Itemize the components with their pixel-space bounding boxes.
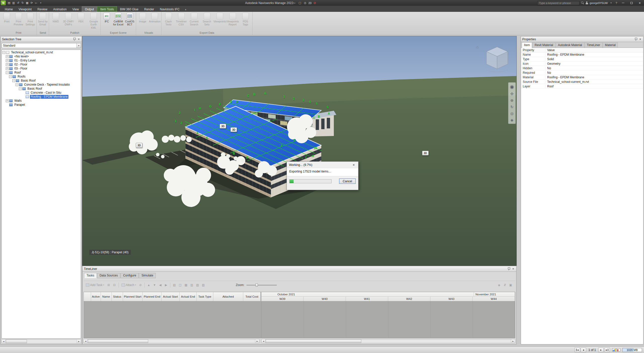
scroll-right-icon[interactable]: ► [77,340,81,343]
timeliner-tab-configure[interactable]: Configure [120,273,139,278]
viewpoint-3d-marker[interactable]: 3D [220,124,226,129]
walk-icon[interactable]: ◈ [510,118,513,122]
zoom-slider-thumb[interactable] [256,284,258,287]
ribbon-button-current-search[interactable]: Current Search [188,12,200,31]
ribbon-button-costos-bct[interactable]: OSCostOS BCT [124,12,135,31]
scroll-left-icon[interactable]: ◄ [2,340,6,343]
properties-tab-item[interactable]: Item [522,42,532,48]
task-table-body[interactable] [84,301,261,338]
timeliner-column-attached[interactable]: Attached [213,292,244,301]
tree-item-concrete-cast-in-situ[interactable]: Concrete - Cast In Situ [2,91,81,95]
print-icon[interactable]: ▦ [25,1,29,5]
cancel-button[interactable]: Cancel [339,179,356,184]
next-sheet-button[interactable]: ► [598,348,604,352]
tree-expander-icon[interactable]: − [9,75,12,78]
timeliner-tab-simulate[interactable]: Simulate [139,273,156,278]
tree-item-walls[interactable]: +Walls [2,99,81,103]
user-menu-chevron-icon[interactable]: ▾ [609,1,613,5]
ribbon-tab-navistools-ifc[interactable]: Navistools IFC [157,7,182,12]
ribbon-button-send-by-email[interactable]: Send by Email [37,12,48,31]
cursor-icon[interactable]: ▻ [293,1,297,5]
scroll-left-icon[interactable]: ◄ [84,339,88,343]
ribbon-button-viewpoints[interactable]: Viewpoints [214,12,226,31]
scroll-left-icon[interactable]: ◄ [262,339,266,343]
ribbon-button-3d-dwf-dwfs[interactable]: 3D DWF/ DWFs [62,12,74,31]
clear-attachment-icon[interactable]: ⊘ [138,283,143,288]
help-icon[interactable]: ? [614,1,618,5]
ribbon-tab-animation[interactable]: Animation [50,7,69,12]
tree-expander-icon[interactable]: − [3,51,5,54]
tree-item-roofs[interactable]: −Roofs [2,75,81,79]
ribbon-tab-viewpoint[interactable]: Viewpoint [16,7,34,12]
ribbon-tab-render[interactable]: Render [141,7,157,12]
insert-task-icon[interactable]: ⊞ [106,283,111,288]
zoom-icon[interactable]: ⊕ [510,98,514,102]
timeliner-column-status[interactable]: Status [112,292,123,301]
search-icon[interactable] [581,1,584,5]
show-planned-icon[interactable]: ▧ [195,283,200,288]
file-server-status-icon[interactable] [617,348,620,351]
attach-button[interactable]: Attach▾ [120,283,137,287]
move-up-icon[interactable]: ▲ [146,283,151,288]
add-task-button[interactable]: Add Task▾ [85,283,105,287]
prev-sheet-button[interactable]: ◄ [581,348,586,352]
timeliner-tab-tasks[interactable]: Tasks [84,273,97,278]
tree-item-roofing-epdm-membrane[interactable]: Roofing - EPDM Membrane [2,95,81,99]
close-icon[interactable]: × [77,37,80,41]
tree-expander-icon[interactable]: − [6,71,9,74]
navigation-bar[interactable]: ◉ ✣ ⊕ ↻ ◎ ◈ [508,82,516,124]
first-sheet-button[interactable]: ◄ [575,348,580,352]
indent-icon[interactable]: ▶ [164,283,169,288]
tree-item-basic-roof[interactable]: −Basic Roof [2,87,81,91]
show-actual-icon[interactable]: ▨ [201,283,206,288]
ribbon-button-pds-tags[interactable]: PDS Tags [239,12,252,31]
clash-status-icon[interactable]: ⊘ [313,1,317,5]
dialog-close-icon[interactable]: × [351,163,356,167]
viewpoint-3d-marker[interactable]: 3D [422,151,429,155]
ribbon-minimize-icon[interactable]: ▴ [185,8,186,11]
tree-expander-icon[interactable]: − [16,83,18,86]
ribbon-button-nwd[interactable]: NWD [50,12,62,31]
ribbon-button-print-preview[interactable]: Print Preview [13,12,24,31]
ribbon-tab-bim-360-glue[interactable]: BIM 360 Glue [117,7,141,12]
undo-icon[interactable]: ↺ [16,1,20,5]
qat-customize-chevron-icon[interactable]: ▾ [39,1,43,5]
steering-wheel-icon[interactable]: ◉ [510,84,514,89]
ribbon-tab-review[interactable]: Review [35,7,50,12]
ribbon-button-fbx[interactable]: FBX [75,12,87,31]
task-table-scrollbar[interactable]: ◄ ► [84,339,259,343]
ribbon-button-cellbim-for-excel[interactable]: BIMCellBIM for Excel [113,12,124,31]
properties-tab-timeliner[interactable]: TimeLiner [585,42,602,48]
ribbon-button-print-settings[interactable]: Print Settings [24,12,36,31]
scroll-right-icon[interactable]: ► [255,339,259,343]
timeliner-column-planned-end[interactable]: Planned End [143,292,162,301]
viewpoint-3d-marker[interactable]: 3D [136,143,142,148]
timeliner-column-planned-start[interactable]: Planned Start [123,292,143,301]
orbit-icon[interactable]: ↻ [510,105,514,109]
tree-item-technical-school-current-m-rvt[interactable]: −Technical_school-current_m.rvt [2,50,81,54]
ribbon-button-search-sets[interactable]: Search Sets [201,12,213,31]
planned-gantt-icon[interactable]: ▥ [189,283,194,288]
delete-task-icon[interactable]: ⊟ [112,283,117,288]
tree-expander-icon[interactable]: − [12,79,15,82]
home-icon[interactable]: ⌂ [476,45,478,49]
save-icon[interactable]: ▥ [12,1,16,5]
close-icon[interactable]: × [638,37,642,41]
tree-expander-icon[interactable]: + [6,67,9,70]
look-icon[interactable]: ◎ [510,112,513,115]
timeliner-column-name[interactable]: Name [101,292,112,301]
filter-icon[interactable]: ◈ [497,283,502,288]
search-input[interactable] [537,1,580,5]
ribbon-tab-home[interactable]: Home [2,7,16,12]
timeliner-column-actual-start[interactable]: Actual Start [162,292,180,301]
pin-icon[interactable] [73,38,76,41]
ribbon-tab-output[interactable]: Output [82,6,97,12]
tree-expander-icon[interactable]: − [19,87,22,90]
grid-splitter[interactable] [261,292,261,338]
tree-expander-icon[interactable]: + [6,99,9,102]
ribbon-tab-item-tools[interactable]: Item Tools [97,6,117,12]
close-icon[interactable]: × [511,267,515,271]
tree-item-02-floor[interactable]: +02 - Floor [2,62,81,66]
user-name[interactable]: george9Y5UW [590,2,608,5]
last-sheet-button[interactable]: ► [604,348,610,352]
